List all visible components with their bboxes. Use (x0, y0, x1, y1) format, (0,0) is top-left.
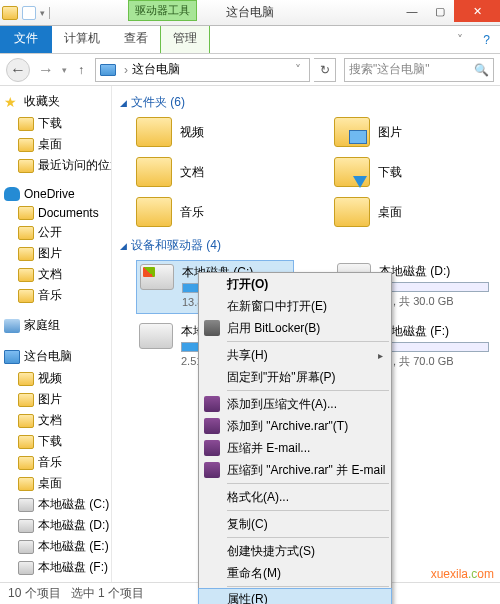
window-title: 这台电脑 (226, 4, 274, 21)
menu-add-archive[interactable]: 添加到 "Archive.rar"(T) (199, 415, 391, 437)
sidebar-item[interactable]: 下载 (0, 431, 111, 452)
menu-rename[interactable]: 重命名(M) (199, 562, 391, 584)
qat-properties-icon[interactable] (22, 6, 36, 20)
sidebar-homegroup[interactable]: 家庭组 (0, 314, 111, 337)
sidebar-thispc[interactable]: 这台电脑 (0, 345, 111, 368)
folder-music[interactable]: 音乐 (136, 197, 286, 227)
qat-dropdown-icon[interactable]: ▾ (40, 8, 45, 18)
menu-compress-email[interactable]: 压缩并 E-mail... (199, 437, 391, 459)
section-folders[interactable]: ◢文件夹 (6) (120, 94, 492, 111)
drive-icon (18, 561, 34, 575)
rar-icon (204, 462, 220, 478)
menu-add-compress[interactable]: 添加到压缩文件(A)... (199, 393, 391, 415)
folder-icon (18, 456, 34, 470)
breadcrumb-location[interactable]: 这台电脑 (132, 61, 180, 78)
collapse-icon[interactable]: ◢ (120, 241, 127, 251)
menu-format[interactable]: 格式化(A)... (199, 486, 391, 508)
capacity-bar (379, 342, 489, 352)
menu-copy[interactable]: 复制(C) (199, 513, 391, 535)
nav-up-button[interactable]: ↑ (71, 63, 91, 77)
folder-documents[interactable]: 文档 (136, 157, 286, 187)
menu-create-shortcut[interactable]: 创建快捷方式(S) (199, 540, 391, 562)
sidebar-item[interactable]: 音乐 (0, 285, 111, 306)
close-button[interactable]: ✕ (454, 0, 500, 22)
sidebar-item[interactable]: 音乐 (0, 452, 111, 473)
folder-icon (18, 138, 34, 152)
ribbon-expand-icon[interactable]: ˅ (447, 27, 473, 53)
menu-open[interactable]: 打开(O) (199, 273, 391, 295)
bitlocker-icon (204, 320, 220, 336)
sidebar-item[interactable]: 图片 (0, 243, 111, 264)
folder-downloads[interactable]: 下载 (334, 157, 484, 187)
section-drives[interactable]: ◢设备和驱动器 (4) (120, 237, 492, 254)
minimize-button[interactable]: — (398, 0, 426, 22)
drive-icon (18, 498, 34, 512)
nav-back-button[interactable]: ← (6, 58, 30, 82)
sidebar-item[interactable]: 公开 (0, 222, 111, 243)
sidebar-item-drive-d[interactable]: 本地磁盘 (D:) (0, 515, 111, 536)
folder-icon (334, 197, 370, 227)
sidebar-item[interactable]: 视频 (0, 368, 111, 389)
search-icon: 🔍 (474, 63, 489, 77)
context-tab-drives: 驱动器工具 (128, 0, 197, 21)
rar-icon (204, 396, 220, 412)
menu-open-new-window[interactable]: 在新窗口中打开(E) (199, 295, 391, 317)
pc-icon (4, 350, 20, 364)
tab-file[interactable]: 文件 (0, 24, 52, 53)
sidebar-favorites[interactable]: ★收藏夹 (0, 90, 111, 113)
menu-pin-start[interactable]: 固定到"开始"屏幕(P) (199, 366, 391, 388)
folder-icon (136, 157, 172, 187)
sidebar-item-desktop[interactable]: 桌面 (0, 134, 111, 155)
collapse-icon[interactable]: ◢ (120, 98, 127, 108)
star-icon: ★ (4, 94, 20, 110)
search-input[interactable]: 搜索"这台电脑" 🔍 (344, 58, 494, 82)
sidebar-item-drive-c[interactable]: 本地磁盘 (C:) (0, 494, 111, 515)
sidebar-item-recent[interactable]: 最近访问的位置 (0, 155, 111, 176)
folder-icon (18, 435, 34, 449)
onedrive-icon (4, 187, 20, 201)
sidebar-item-drive-e[interactable]: 本地磁盘 (E:) (0, 536, 111, 557)
folder-icon (136, 197, 172, 227)
tab-computer[interactable]: 计算机 (52, 24, 112, 53)
folder-icon (18, 393, 34, 407)
menu-separator (227, 537, 389, 538)
status-item-count: 10 个项目 (8, 585, 61, 602)
address-bar[interactable]: › 这台电脑 ˅ (95, 58, 310, 82)
qat-explorer-icon[interactable] (2, 6, 18, 20)
sidebar-onedrive[interactable]: OneDrive (0, 184, 111, 204)
folder-pictures[interactable]: 图片 (334, 117, 484, 147)
folder-videos[interactable]: 视频 (136, 117, 286, 147)
rar-icon (204, 440, 220, 456)
sidebar-item[interactable]: Documents (0, 204, 111, 222)
menu-bitlocker[interactable]: 启用 BitLocker(B) (199, 317, 391, 339)
drive-icon (140, 264, 174, 290)
sidebar-item-downloads[interactable]: 下载 (0, 113, 111, 134)
sidebar-item-drive-f[interactable]: 本地磁盘 (F:) (0, 557, 111, 578)
sidebar-item[interactable]: 文档 (0, 264, 111, 285)
nav-history-icon[interactable]: ▾ (62, 65, 67, 75)
folder-icon (18, 289, 34, 303)
folder-icon (334, 157, 370, 187)
refresh-button[interactable]: ↻ (314, 58, 336, 82)
address-dropdown-icon[interactable]: ˅ (291, 63, 305, 77)
sidebar-item[interactable]: 桌面 (0, 473, 111, 494)
nav-forward-button: → (34, 58, 58, 82)
sidebar-item[interactable]: 文档 (0, 410, 111, 431)
folder-icon (18, 159, 34, 173)
qat-separator (49, 7, 55, 19)
status-selected-count: 选中 1 个项目 (71, 585, 144, 602)
pc-icon (100, 64, 116, 76)
maximize-button[interactable]: ▢ (426, 0, 454, 22)
breadcrumb-arrow-icon[interactable]: › (120, 63, 132, 77)
help-icon[interactable]: ? (473, 27, 500, 53)
menu-separator (227, 586, 389, 587)
tab-view[interactable]: 查看 (112, 24, 160, 53)
homegroup-icon (4, 319, 20, 333)
tab-manage[interactable]: 管理 (160, 24, 210, 53)
menu-share[interactable]: 共享(H)▸ (199, 344, 391, 366)
folder-desktop[interactable]: 桌面 (334, 197, 484, 227)
menu-properties[interactable]: 属性(R) (198, 588, 392, 604)
drive-icon (139, 323, 173, 349)
menu-compress-archive-email[interactable]: 压缩到 "Archive.rar" 并 E-mail (199, 459, 391, 481)
sidebar-item[interactable]: 图片 (0, 389, 111, 410)
